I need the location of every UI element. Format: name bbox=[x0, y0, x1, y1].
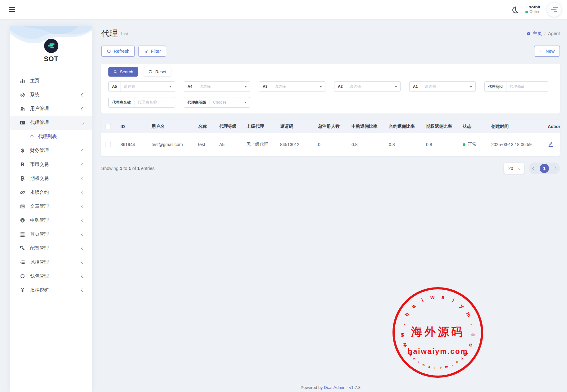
cell-agent-level: A5 bbox=[214, 133, 241, 156]
filter-select-a4[interactable]: A4 请选择 bbox=[184, 81, 250, 92]
breadcrumb-separator: / bbox=[544, 31, 546, 36]
agent-name-input[interactable] bbox=[134, 97, 175, 107]
hamburger-menu-icon[interactable] bbox=[9, 7, 15, 12]
filter-select-a5[interactable]: A5 请选择 bbox=[108, 81, 175, 92]
cell-parent-agent: 无上级代理 bbox=[241, 133, 274, 156]
table-header-row: ID 用户名 名称 代理等级 上级代理 邀请码 总注册人数 申购返佣比率 合约返… bbox=[101, 120, 560, 133]
bitcoin-icon: ₿ bbox=[20, 176, 25, 181]
sidebar-item-staking[interactable]: ¥ 质押挖矿 bbox=[10, 283, 92, 297]
lines-icon bbox=[20, 231, 25, 237]
dcat-admin-link[interactable]: Dcat Admin bbox=[324, 385, 345, 390]
caret-down-icon bbox=[244, 102, 247, 103]
breadcrumb-home-link[interactable]: 主页 bbox=[526, 31, 542, 37]
dashboard-icon bbox=[526, 31, 531, 36]
sidebar-item-home[interactable]: 主页 bbox=[10, 74, 92, 88]
filter-select-a2[interactable]: A2 请选择 bbox=[334, 81, 401, 92]
id-card-icon bbox=[20, 120, 25, 126]
chevron-left-icon bbox=[81, 205, 84, 208]
filter-select-a1[interactable]: A1 请选择 bbox=[409, 81, 476, 92]
plus-icon: + bbox=[539, 48, 542, 54]
life-ring-icon bbox=[20, 217, 25, 223]
online-status-label: Online bbox=[529, 10, 540, 14]
chevron-left-icon bbox=[81, 274, 84, 278]
chevron-left-icon bbox=[81, 93, 84, 96]
sidebar-item-system[interactable]: 系统 bbox=[10, 88, 92, 102]
chevron-left-icon bbox=[81, 219, 84, 222]
footer: Powered by Dcat Admin · v1.7.8 bbox=[101, 385, 560, 390]
list-indent-icon bbox=[20, 259, 25, 265]
column-header-created-at: 创建时间 bbox=[486, 120, 548, 133]
sidebar-header: SOT bbox=[10, 26, 92, 66]
sidebar-item-wallet[interactable]: 钱包管理 bbox=[10, 269, 92, 283]
cell-option-rate: 0.8 bbox=[420, 133, 457, 156]
cell-contract-rate: 0.8 bbox=[383, 133, 420, 156]
footer-version: v1.7.8 bbox=[349, 385, 361, 390]
sidebar-item-agent-list[interactable]: 代理列表 bbox=[10, 130, 92, 144]
link-icon bbox=[20, 189, 25, 195]
column-header-invite-code: 邀请码 bbox=[274, 120, 312, 133]
filter-select-a3[interactable]: A3 请选择 bbox=[259, 81, 325, 92]
sidebar-item-option-trade[interactable]: ₿ 期权交易 bbox=[10, 172, 92, 185]
sidebar-item-perpetual[interactable]: 永续合约 bbox=[10, 185, 92, 199]
sidebar-item-spot-trade[interactable]: B 币币交易 bbox=[10, 158, 92, 172]
main-content: 代理 List 主页 / Agent Refresh Filter + New bbox=[101, 19, 560, 392]
chevron-left-icon bbox=[81, 191, 84, 194]
select-all-checkbox[interactable] bbox=[106, 124, 111, 129]
cell-username: test@gmail.com bbox=[146, 133, 193, 156]
cell-id: 861944 bbox=[115, 133, 146, 156]
dark-mode-moon-icon[interactable] bbox=[510, 6, 519, 14]
sidebar-item-agent-management[interactable]: 代理管理 bbox=[10, 116, 92, 130]
undo-icon bbox=[149, 70, 153, 74]
sidebar-item-risk-control[interactable]: 风控管理 bbox=[10, 255, 92, 269]
avatar[interactable] bbox=[547, 2, 561, 17]
newspaper-icon bbox=[20, 203, 25, 209]
dollar-icon: $ bbox=[20, 148, 25, 154]
sidebar-item-user-management[interactable]: 用户管理 bbox=[10, 102, 92, 116]
chevron-left-icon bbox=[81, 149, 84, 152]
user-block[interactable]: sotbit Online bbox=[525, 5, 540, 15]
next-page-arrow[interactable] bbox=[553, 167, 556, 170]
sidebar-item-articles[interactable]: 文章管理 bbox=[10, 199, 92, 213]
gear-icon bbox=[20, 92, 25, 98]
chart-bar-icon bbox=[20, 78, 25, 84]
agents-table-card: ID 用户名 名称 代理等级 上级代理 邀请码 总注册人数 申购返佣比率 合约返… bbox=[101, 120, 560, 156]
online-status-dot bbox=[525, 11, 528, 13]
caret-down-icon bbox=[320, 86, 322, 87]
cell-status: 正常 bbox=[457, 133, 486, 156]
row-checkbox[interactable] bbox=[106, 142, 111, 147]
caret-down-icon bbox=[470, 86, 472, 87]
column-header-status: 状态 bbox=[457, 120, 486, 133]
cell-subscribe-rate: 0.8 bbox=[346, 133, 383, 156]
circle-icon bbox=[30, 135, 34, 139]
pagination: 1 bbox=[529, 163, 560, 174]
page-number-button[interactable]: 1 bbox=[540, 164, 549, 173]
chevron-left-icon bbox=[81, 177, 84, 180]
letter-b-icon: B bbox=[20, 162, 25, 167]
sidebar-item-finance[interactable]: $ 财务管理 bbox=[10, 144, 92, 158]
sidebar-menu: 主页 系统 用户管理 代理管理 代理列表 $ 财务管理 B 币币交易 bbox=[10, 66, 92, 297]
user-name: sotbit bbox=[525, 5, 540, 10]
refresh-button[interactable]: Refresh bbox=[101, 46, 135, 57]
filter-button[interactable]: Filter bbox=[138, 46, 166, 57]
previous-page-arrow[interactable] bbox=[532, 167, 536, 170]
top-bar: sotbit Online bbox=[0, 0, 567, 19]
reset-button[interactable]: Reset bbox=[144, 67, 171, 77]
logo-text: SOT bbox=[10, 55, 92, 63]
refresh-icon bbox=[107, 49, 111, 54]
column-header-name: 名称 bbox=[193, 120, 214, 133]
filter-agent-level-select[interactable]: 代理商等级 Choose bbox=[184, 97, 250, 108]
status-badge: 正常 bbox=[468, 142, 477, 147]
cell-invite-code: 84513012 bbox=[274, 133, 312, 156]
search-button[interactable]: Search bbox=[108, 67, 138, 77]
cell-created-at: 2025-03-13 18:06:59 bbox=[486, 133, 548, 156]
agent-id-input[interactable] bbox=[506, 82, 548, 91]
new-button[interactable]: + New bbox=[534, 46, 560, 57]
sidebar-item-config[interactable]: 配置管理 bbox=[10, 241, 92, 255]
sidebar-item-subscription[interactable]: 申购管理 bbox=[10, 213, 92, 227]
edit-pencil-icon[interactable] bbox=[548, 141, 554, 147]
per-page-select[interactable]: 20 bbox=[504, 163, 524, 174]
status-dot bbox=[463, 143, 465, 146]
sidebar-item-homepage[interactable]: 首页管理 bbox=[10, 227, 92, 241]
caret-down-icon bbox=[244, 86, 247, 87]
caret-down-icon bbox=[395, 86, 397, 87]
